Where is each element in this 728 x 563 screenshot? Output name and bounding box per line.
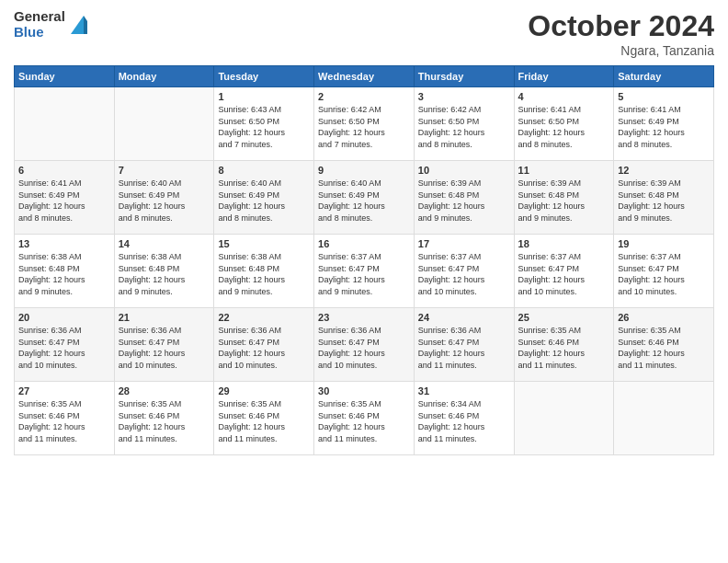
day-detail: Sunrise: 6:35 AM Sunset: 6:46 PM Dayligh… [518,325,610,371]
logo-text-general: General [14,9,65,25]
day-detail: Sunrise: 6:35 AM Sunset: 6:46 PM Dayligh… [18,398,110,444]
weekday-row: Sunday Monday Tuesday Wednesday Thursday… [15,66,714,87]
day-detail: Sunrise: 6:37 AM Sunset: 6:47 PM Dayligh… [418,251,510,297]
calendar-day-cell [15,87,115,161]
day-number: 2 [318,91,410,102]
day-number: 10 [418,165,510,176]
calendar-day-cell: 6Sunrise: 6:41 AM Sunset: 6:49 PM Daylig… [15,161,115,235]
day-detail: Sunrise: 6:39 AM Sunset: 6:48 PM Dayligh… [518,178,610,224]
day-detail: Sunrise: 6:41 AM Sunset: 6:50 PM Dayligh… [518,104,610,150]
calendar-day-cell: 8Sunrise: 6:40 AM Sunset: 6:49 PM Daylig… [214,161,314,235]
header-tuesday: Tuesday [214,66,314,87]
calendar-week-row: 6Sunrise: 6:41 AM Sunset: 6:49 PM Daylig… [15,161,714,235]
calendar-day-cell: 26Sunrise: 6:35 AM Sunset: 6:46 PM Dayli… [614,308,714,382]
calendar-day-cell: 9Sunrise: 6:40 AM Sunset: 6:49 PM Daylig… [314,161,415,235]
title-block: October 2024 Ngara, Tanzania [528,9,714,58]
day-number: 12 [618,165,710,176]
day-detail: Sunrise: 6:36 AM Sunset: 6:47 PM Dayligh… [119,325,210,371]
day-number: 17 [418,238,510,249]
day-detail: Sunrise: 6:37 AM Sunset: 6:47 PM Dayligh… [618,251,710,297]
day-number: 21 [119,312,210,323]
calendar-day-cell: 3Sunrise: 6:42 AM Sunset: 6:50 PM Daylig… [414,87,514,161]
calendar-day-cell: 21Sunrise: 6:36 AM Sunset: 6:47 PM Dayli… [114,308,214,382]
day-detail: Sunrise: 6:42 AM Sunset: 6:50 PM Dayligh… [418,104,510,150]
day-detail: Sunrise: 6:39 AM Sunset: 6:48 PM Dayligh… [618,178,710,224]
day-detail: Sunrise: 6:36 AM Sunset: 6:47 PM Dayligh… [418,325,510,371]
calendar-page: General Blue October 2024 Ngara, Tanzani… [0,0,728,563]
calendar-week-row: 20Sunrise: 6:36 AM Sunset: 6:47 PM Dayli… [15,308,714,382]
day-number: 9 [318,165,410,176]
day-detail: Sunrise: 6:37 AM Sunset: 6:47 PM Dayligh… [518,251,610,297]
calendar-day-cell: 16Sunrise: 6:37 AM Sunset: 6:47 PM Dayli… [314,235,415,308]
day-detail: Sunrise: 6:41 AM Sunset: 6:49 PM Dayligh… [618,104,710,150]
day-number: 28 [119,385,210,396]
calendar-day-cell: 31Sunrise: 6:34 AM Sunset: 6:46 PM Dayli… [414,382,514,455]
header-friday: Friday [514,66,614,87]
logo-text-blue: Blue [14,25,65,40]
calendar-day-cell: 28Sunrise: 6:35 AM Sunset: 6:46 PM Dayli… [114,382,214,455]
header-monday: Monday [114,66,214,87]
day-number: 30 [318,385,410,396]
day-detail: Sunrise: 6:36 AM Sunset: 6:47 PM Dayligh… [218,325,310,371]
day-number: 27 [18,385,110,396]
calendar-day-cell: 18Sunrise: 6:37 AM Sunset: 6:47 PM Dayli… [514,235,614,308]
day-detail: Sunrise: 6:42 AM Sunset: 6:50 PM Dayligh… [318,104,410,150]
calendar-day-cell: 13Sunrise: 6:38 AM Sunset: 6:48 PM Dayli… [15,235,115,308]
calendar-day-cell [514,382,614,455]
day-number: 23 [318,312,410,323]
day-number: 26 [618,312,710,323]
day-number: 8 [218,165,310,176]
day-detail: Sunrise: 6:40 AM Sunset: 6:49 PM Dayligh… [318,178,410,224]
calendar-header: Sunday Monday Tuesday Wednesday Thursday… [15,66,714,87]
svg-marker-1 [84,16,87,34]
calendar-day-cell: 25Sunrise: 6:35 AM Sunset: 6:46 PM Dayli… [514,308,614,382]
calendar-day-cell [114,87,214,161]
day-number: 18 [518,238,610,249]
day-number: 4 [518,91,610,102]
calendar-day-cell: 22Sunrise: 6:36 AM Sunset: 6:47 PM Dayli… [214,308,314,382]
day-detail: Sunrise: 6:38 AM Sunset: 6:48 PM Dayligh… [119,251,210,297]
day-detail: Sunrise: 6:34 AM Sunset: 6:46 PM Dayligh… [418,398,510,444]
calendar-day-cell: 17Sunrise: 6:37 AM Sunset: 6:47 PM Dayli… [414,235,514,308]
header-sunday: Sunday [15,66,115,87]
calendar-day-cell: 5Sunrise: 6:41 AM Sunset: 6:49 PM Daylig… [614,87,714,161]
calendar-title: October 2024 [528,9,714,43]
day-number: 3 [418,91,510,102]
calendar-day-cell: 30Sunrise: 6:35 AM Sunset: 6:46 PM Dayli… [314,382,415,455]
day-number: 6 [18,165,110,176]
day-number: 20 [18,312,110,323]
day-number: 29 [218,385,310,396]
calendar-day-cell: 12Sunrise: 6:39 AM Sunset: 6:48 PM Dayli… [614,161,714,235]
calendar-body: 1Sunrise: 6:43 AM Sunset: 6:50 PM Daylig… [15,87,714,455]
header-thursday: Thursday [414,66,514,87]
page-header: General Blue October 2024 Ngara, Tanzani… [14,9,714,58]
calendar-day-cell: 1Sunrise: 6:43 AM Sunset: 6:50 PM Daylig… [214,87,314,161]
calendar-day-cell: 27Sunrise: 6:35 AM Sunset: 6:46 PM Dayli… [15,382,115,455]
calendar-day-cell: 2Sunrise: 6:42 AM Sunset: 6:50 PM Daylig… [314,87,415,161]
svg-marker-0 [71,16,84,34]
day-detail: Sunrise: 6:39 AM Sunset: 6:48 PM Dayligh… [418,178,510,224]
day-detail: Sunrise: 6:35 AM Sunset: 6:46 PM Dayligh… [618,325,710,371]
day-number: 13 [18,238,110,249]
day-number: 1 [218,91,310,102]
day-number: 22 [218,312,310,323]
logo-container: General Blue [14,9,87,40]
logo: General Blue [14,9,87,40]
day-detail: Sunrise: 6:43 AM Sunset: 6:50 PM Dayligh… [218,104,310,150]
calendar-day-cell: 14Sunrise: 6:38 AM Sunset: 6:48 PM Dayli… [114,235,214,308]
day-detail: Sunrise: 6:41 AM Sunset: 6:49 PM Dayligh… [18,178,110,224]
day-number: 19 [618,238,710,249]
calendar-day-cell [614,382,714,455]
day-detail: Sunrise: 6:35 AM Sunset: 6:46 PM Dayligh… [318,398,410,444]
day-detail: Sunrise: 6:36 AM Sunset: 6:47 PM Dayligh… [18,325,110,371]
calendar-week-row: 13Sunrise: 6:38 AM Sunset: 6:48 PM Dayli… [15,235,714,308]
calendar-week-row: 1Sunrise: 6:43 AM Sunset: 6:50 PM Daylig… [15,87,714,161]
day-detail: Sunrise: 6:35 AM Sunset: 6:46 PM Dayligh… [119,398,210,444]
day-number: 15 [218,238,310,249]
day-detail: Sunrise: 6:40 AM Sunset: 6:49 PM Dayligh… [119,178,210,224]
day-detail: Sunrise: 6:38 AM Sunset: 6:48 PM Dayligh… [218,251,310,297]
calendar-day-cell: 7Sunrise: 6:40 AM Sunset: 6:49 PM Daylig… [114,161,214,235]
day-detail: Sunrise: 6:38 AM Sunset: 6:48 PM Dayligh… [18,251,110,297]
calendar-day-cell: 11Sunrise: 6:39 AM Sunset: 6:48 PM Dayli… [514,161,614,235]
day-detail: Sunrise: 6:40 AM Sunset: 6:49 PM Dayligh… [218,178,310,224]
